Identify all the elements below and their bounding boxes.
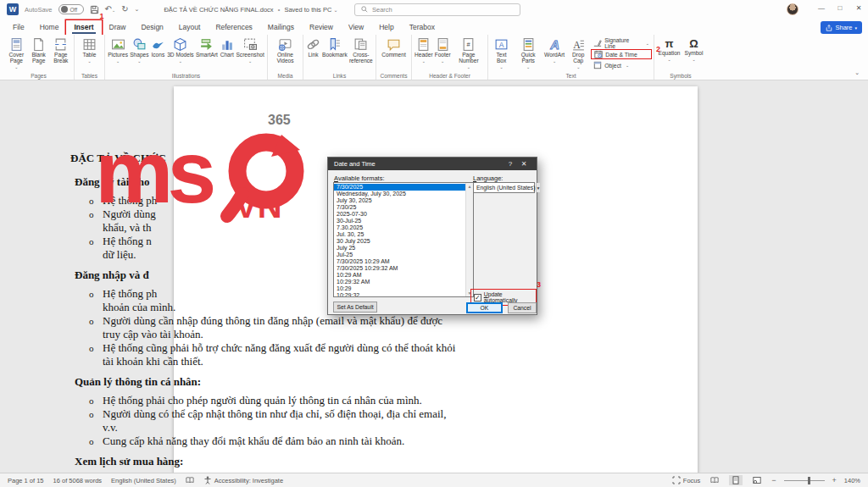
screenshot-button[interactable]: Screenshot⌄	[235, 36, 264, 65]
dialog-help-button[interactable]: ?	[504, 160, 517, 168]
quick-parts-button[interactable]: Quick Parts⌄	[513, 36, 543, 71]
page-indicator[interactable]: Page 1 of 15	[8, 477, 44, 484]
format-option[interactable]: 30 July 2025	[334, 238, 465, 245]
cross-reference-button[interactable]: Cross-reference	[348, 36, 374, 64]
footer-button[interactable]: Footer⌄	[434, 36, 452, 65]
zoom-slider[interactable]	[784, 480, 825, 481]
comment-button[interactable]: Comment	[381, 36, 407, 58]
page-number-button[interactable]: # Page Number⌄	[452, 36, 486, 71]
tab-design[interactable]: Design	[133, 20, 170, 35]
tab-insert[interactable]: Insert1	[66, 20, 101, 35]
focus-mode-button[interactable]: Focus	[672, 476, 700, 484]
proofing-icon[interactable]	[186, 476, 194, 484]
format-option[interactable]: Wednesday, July 30, 2025	[334, 191, 465, 197]
pictures-button[interactable]: Pictures⌄	[107, 36, 129, 65]
tab-review[interactable]: Review	[302, 20, 341, 35]
format-option[interactable]: 7/30/2025 10:29:32 AM	[334, 265, 465, 272]
save-icon[interactable]	[90, 5, 99, 14]
formats-listbox[interactable]: 7/30/2025Wednesday, July 30, 2025July 30…	[333, 182, 474, 297]
redo-icon[interactable]: ↻	[121, 4, 128, 14]
update-automatically-checkbox[interactable]: ✓	[474, 294, 481, 302]
3d-models-button[interactable]: 3D Models⌄	[166, 36, 195, 65]
format-option[interactable]: 7.30.2025	[334, 224, 465, 231]
read-mode-button[interactable]	[708, 475, 721, 485]
tab-home[interactable]: Home	[32, 20, 67, 35]
language-dropdown[interactable]: English (United States) ▼	[473, 182, 535, 193]
scroll-up-icon[interactable]: ▲	[468, 184, 472, 189]
chart-button[interactable]: Chart	[219, 36, 235, 58]
header-button[interactable]: Header⌄	[414, 36, 434, 65]
tab-view[interactable]: View	[341, 20, 371, 35]
zoom-out-button[interactable]: −	[771, 476, 776, 484]
page-break-button[interactable]: Page Break	[50, 36, 72, 64]
doc-line: tài khoản khi cần thiết.	[0, 355, 868, 368]
wordart-button[interactable]: A WordArt⌄	[543, 36, 565, 65]
format-option[interactable]: July 30, 2025	[334, 197, 465, 204]
dialog-title-bar[interactable]: Date and Time ? ✕	[328, 158, 537, 170]
maximize-button[interactable]: □	[834, 3, 846, 14]
format-option[interactable]: 10:29:32 AM	[334, 279, 465, 285]
cover-page-button[interactable]: Cover Page⌄	[5, 36, 28, 71]
blank-page-button[interactable]: Blank Page	[28, 36, 50, 64]
accessibility-status[interactable]: Accessibility: Investigate	[203, 476, 283, 484]
tab-file[interactable]: File	[5, 20, 32, 35]
set-as-default-button[interactable]: Set As Default	[333, 302, 377, 313]
format-option[interactable]: 10:29 AM	[334, 272, 465, 279]
dialog-close-button[interactable]: ✕	[517, 160, 531, 168]
signature-line-button[interactable]: Signature Line⌄	[591, 38, 652, 48]
format-option[interactable]: Jul. 30, 25	[334, 231, 465, 238]
format-option[interactable]: 7/30/2025	[334, 184, 465, 191]
saved-status-chevron-icon[interactable]: ⌄	[333, 8, 337, 13]
table-button[interactable]: Table⌄	[81, 36, 97, 65]
format-option[interactable]: 10:29	[334, 285, 465, 292]
listbox-scrollbar[interactable]: ▲ ▼	[465, 183, 473, 296]
drop-cap-button[interactable]: A Drop Cap⌄	[565, 36, 591, 71]
format-option[interactable]: July 25	[334, 245, 465, 252]
tab-terabox[interactable]: Terabox	[402, 20, 442, 35]
print-layout-button[interactable]	[729, 475, 743, 485]
format-option[interactable]: 10:29:32	[334, 292, 465, 296]
date-time-button[interactable]: 2 Date & Time	[591, 49, 652, 59]
word-count[interactable]: 16 of 5068 words	[53, 477, 103, 484]
object-button[interactable]: Object⌄	[591, 60, 652, 70]
icons-bird-icon	[151, 37, 165, 52]
share-button[interactable]: Share ▾	[821, 21, 862, 34]
zoom-slider-thumb[interactable]	[808, 477, 810, 484]
format-option[interactable]: 2025-07-30	[334, 211, 465, 218]
undo-icon[interactable]: ↶⌄	[105, 4, 116, 15]
text-box-button[interactable]: A Text Box⌄	[490, 36, 513, 71]
web-layout-button[interactable]	[750, 475, 764, 485]
bookmark-button[interactable]: Bookmark	[321, 36, 348, 58]
ok-button[interactable]: OK	[466, 302, 503, 313]
format-option[interactable]: 30-Jul-25	[334, 218, 465, 224]
customize-qat-icon[interactable]: ⌄	[135, 4, 140, 14]
minimize-button[interactable]: —	[815, 3, 827, 14]
search-input[interactable]: Search	[354, 3, 520, 16]
symbol-button[interactable]: Ω Symbol⌄	[684, 36, 704, 64]
language-indicator[interactable]: English (United States)	[111, 477, 176, 484]
cancel-button[interactable]: Cancel	[508, 302, 537, 313]
online-videos-button[interactable]: Online Videos	[270, 36, 301, 64]
ribbon-group-symbols: π Equation⌄ Ω Symbol⌄ Symbols	[654, 35, 707, 80]
collapse-ribbon-icon[interactable]: ⌄	[854, 69, 860, 76]
format-option[interactable]: 7/30/25	[334, 204, 465, 211]
link-button[interactable]: Link	[305, 36, 321, 58]
close-button[interactable]: ✕	[853, 3, 865, 14]
shapes-icon	[132, 37, 147, 52]
tab-references[interactable]: References	[208, 20, 259, 35]
tab-layout[interactable]: Layout	[171, 20, 209, 35]
format-option[interactable]: Jul-25	[334, 252, 465, 258]
word-app-icon: W	[7, 3, 19, 15]
tab-draw[interactable]: Draw	[102, 20, 134, 35]
tab-help[interactable]: Help	[371, 20, 401, 35]
smartart-button[interactable]: SmartArt	[195, 36, 219, 58]
autosave-toggle[interactable]: Off	[58, 4, 84, 14]
icons-button[interactable]: Icons	[150, 36, 166, 58]
avatar[interactable]	[787, 3, 798, 15]
shapes-button[interactable]: Shapes⌄	[129, 36, 149, 65]
tab-mailings[interactable]: Mailings	[260, 20, 302, 35]
equation-button[interactable]: π Equation⌄	[657, 36, 681, 64]
zoom-level[interactable]: 140%	[844, 477, 860, 484]
format-option[interactable]: 7/30/2025 10:29 AM	[334, 258, 465, 265]
zoom-in-button[interactable]: +	[832, 476, 837, 484]
